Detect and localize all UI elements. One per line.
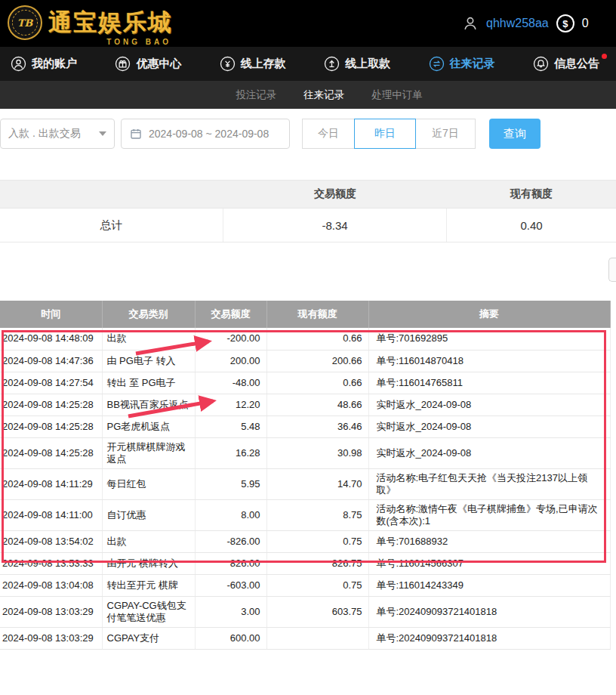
cell-balance: 0.75 — [266, 574, 368, 596]
transaction-type-select[interactable]: 入款 . 出款交易 — [0, 119, 115, 149]
search-button[interactable]: 查询 — [489, 119, 541, 149]
collapsed-side-button[interactable] — [608, 258, 616, 282]
cell-time: 2024-09-08 14:47:36 — [0, 350, 102, 372]
table-header-row: 时间 交易类别 交易额度 现有额度 摘要 — [0, 301, 610, 328]
quick-range-yesterday[interactable]: 昨日 — [354, 119, 416, 149]
nav-item-deposit[interactable]: 线上存款 — [220, 56, 286, 72]
cell-time: 2024-09-08 14:48:09 — [0, 328, 102, 350]
cell-amount: -603.00 — [195, 574, 266, 596]
nav-label: 信息公告 — [554, 57, 599, 71]
cell-balance: 36.46 — [266, 415, 368, 437]
summary-total-row: 总计 -8.34 0.40 — [0, 208, 616, 242]
table-row: 2024-09-08 14:27:54 转出 至 PG电子 -48.00 0.6… — [0, 372, 610, 394]
cell-balance: 8.75 — [266, 499, 368, 530]
cell-time: 2024-09-08 14:11:29 — [0, 468, 102, 499]
cell-amount: 826.00 — [195, 552, 266, 574]
cell-summary: 单号:116014765811 — [368, 372, 610, 394]
cell-amount: -200.00 — [195, 328, 266, 350]
table-row: 2024-09-08 13:03:29 CGPAY-CG钱包支付笔笔送优惠 3.… — [0, 596, 610, 627]
table-row: 2024-09-08 14:47:36 由 PG电子 转入 200.00 200… — [0, 350, 610, 372]
table-row: 2024-09-08 14:11:00 自订优惠 8.00 8.75 活动名称:… — [0, 499, 610, 530]
cell-summary: 实时返水_2024-09-08 — [368, 394, 610, 415]
table-row: 2024-09-08 14:25:28 开元棋牌棋牌游戏返点 16.28 30.… — [0, 437, 610, 468]
cell-summary: 活动名称:电子红包天天抢《当天投注2137以上领取》 — [368, 468, 610, 499]
calendar-icon — [130, 128, 142, 140]
cell-balance: 0.66 — [266, 328, 368, 350]
cell-summary: 单号:202409093721401818 — [368, 596, 610, 627]
chevron-down-icon — [99, 131, 106, 136]
cell-time: 2024-09-08 14:27:54 — [0, 372, 102, 394]
tab-processing-orders[interactable]: 处理中订单 — [371, 88, 423, 102]
table-row: 2024-09-08 14:25:28 PG老虎机返点 5.48 36.46 实… — [0, 415, 610, 437]
col-header-summary: 摘要 — [368, 301, 610, 328]
nav-label: 线上取款 — [345, 57, 390, 71]
sub-nav: 投注记录 往来记录 处理中订单 — [0, 81, 616, 109]
cell-time: 2024-09-08 13:54:02 — [0, 530, 102, 552]
wallet-icon[interactable]: $ — [556, 14, 574, 32]
filter-bar: 入款 . 出款交易 2024-09-08 ~ 2024-09-08 今日 昨日 … — [0, 109, 616, 180]
table-row: 2024-09-08 13:04:08 转出至开元 棋牌 -603.00 0.7… — [0, 574, 610, 596]
cell-time: 2024-09-08 14:11:00 — [0, 499, 102, 530]
cell-time: 2024-09-08 13:03:29 — [0, 627, 102, 649]
chip-badge: TB — [12, 10, 38, 36]
main-nav: 我的账户 优惠中心 线上存款 线上取款 往来记录 信息公告 — [0, 47, 616, 81]
nav-label: 线上存款 — [241, 57, 286, 71]
cell-type: CGPAY支付 — [102, 627, 195, 649]
cell-type: 转出至开元 棋牌 — [102, 574, 195, 596]
cell-amount: 200.00 — [195, 350, 266, 372]
cell-summary: 单号:116014870418 — [368, 350, 610, 372]
cell-type: 由开元 棋牌转入 — [102, 552, 195, 574]
table-row: 2024-09-08 13:54:02 出款 -826.00 0.75 单号:7… — [0, 530, 610, 552]
date-range-picker[interactable]: 2024-09-08 ~ 2024-09-08 — [121, 119, 290, 149]
cell-summary: 活动名称:激情午夜《电子棋牌捕鱼》专场,已申请次数(含本次):1 — [368, 499, 610, 530]
summary-header-row: 交易额度 现有额度 — [0, 180, 616, 208]
cell-time: 2024-09-08 13:53:33 — [0, 552, 102, 574]
quick-range-last7days[interactable]: 近7日 — [415, 119, 476, 149]
cell-type: 转出 至 PG电子 — [102, 372, 195, 394]
cell-summary: 实时返水_2024-09-08 — [368, 415, 610, 437]
summary-total-label: 总计 — [0, 208, 223, 242]
casino-chip-icon: TB — [8, 5, 42, 40]
cell-type: BB视讯百家乐返点 — [102, 394, 195, 415]
summary-total-balance: 0.40 — [447, 208, 616, 242]
tab-betting-records[interactable]: 投注记录 — [236, 88, 276, 102]
cell-type: 自订优惠 — [102, 499, 195, 530]
cell-amount: 600.00 — [195, 627, 266, 649]
cell-balance: 30.98 — [266, 437, 368, 468]
user-avatar-icon — [462, 15, 479, 32]
col-header-time: 时间 — [0, 301, 102, 328]
cell-summary: 单号:202409093721401818 — [368, 627, 610, 649]
cell-amount: -48.00 — [195, 372, 266, 394]
nav-item-withdraw[interactable]: 线上取款 — [324, 56, 390, 72]
nav-label: 优惠中心 — [136, 57, 181, 71]
cell-amount: 8.00 — [195, 499, 266, 530]
cell-type: PG老虎机返点 — [102, 415, 195, 437]
cell-type: 出款 — [102, 328, 195, 350]
withdraw-icon — [324, 56, 340, 72]
nav-item-my-account[interactable]: 我的账户 — [11, 56, 77, 72]
cell-balance — [266, 627, 368, 649]
username-link[interactable]: qhhw258aa — [486, 17, 549, 30]
nav-label: 我的账户 — [32, 57, 77, 71]
date-range-value: 2024-09-08 ~ 2024-09-08 — [149, 128, 269, 140]
transactions-body: 2024-09-08 14:48:09 出款 -200.00 0.66 单号:7… — [0, 328, 610, 649]
nav-item-promotions[interactable]: 优惠中心 — [115, 56, 181, 72]
table-row: 2024-09-08 13:03:29 CGPAY支付 600.00 单号:20… — [0, 627, 610, 649]
cell-amount: -826.00 — [195, 530, 266, 552]
table-row: 2024-09-08 14:11:29 每日红包 5.95 14.70 活动名称… — [0, 468, 610, 499]
cell-balance: 14.70 — [266, 468, 368, 499]
cell-type: 开元棋牌棋牌游戏返点 — [102, 437, 195, 468]
top-header: TB 通宝娱乐城 TONG BAO qhhw258aa $ 0 — [0, 0, 616, 47]
table-row: 2024-09-08 13:53:33 由开元 棋牌转入 826.00 826.… — [0, 552, 610, 574]
table-row: 2024-09-08 14:48:09 出款 -200.00 0.66 单号:7… — [0, 328, 610, 350]
tab-transaction-records[interactable]: 往来记录 — [303, 88, 344, 102]
quick-range-group: 今日 昨日 近7日 — [302, 119, 476, 149]
nav-item-transaction-records[interactable]: 往来记录 — [429, 56, 495, 72]
nav-item-announcements[interactable]: 信息公告 — [533, 56, 599, 72]
deposit-icon — [220, 56, 236, 72]
site-logo[interactable]: TB 通宝娱乐城 TONG BAO — [8, 5, 173, 40]
cell-summary: 单号:701692895 — [368, 328, 610, 350]
summary-header-amount: 交易额度 — [223, 181, 447, 208]
quick-range-today[interactable]: 今日 — [302, 119, 355, 149]
cell-time: 2024-09-08 14:25:28 — [0, 394, 102, 415]
